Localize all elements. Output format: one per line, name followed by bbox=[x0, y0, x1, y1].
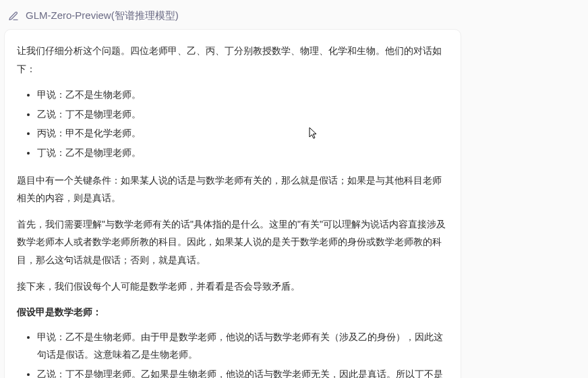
assume-heading: 假设甲是数学老师： bbox=[17, 303, 448, 321]
intro-text: 让我们仔细分析这个问题。四位老师甲、乙、丙、丁分别教授数学、物理、化学和生物。他… bbox=[17, 42, 448, 78]
list-item: 乙说：丁不是物理老师。 bbox=[37, 105, 448, 124]
list-item: 丁说：乙不是物理老师。 bbox=[37, 144, 448, 162]
dialog-list: 甲说：乙不是生物老师。 乙说：丁不是物理老师。 丙说：甲不是化学老师。 丁说：乙… bbox=[17, 86, 448, 161]
edit-icon bbox=[8, 11, 19, 22]
assume-list: 甲说：乙不是生物老师。由于甲是数学老师，他说的话与数学老师有关（涉及乙的身份），… bbox=[17, 328, 448, 378]
rule-text: 题目中有一个关键条件：如果某人说的话是与数学老师有关的，那么就是假话；如果是与其… bbox=[17, 171, 448, 207]
list-item: 甲说：乙不是生物老师。由于甲是数学老师，他说的话与数学老师有关（涉及乙的身份），… bbox=[37, 328, 448, 364]
response-card: 让我们仔细分析这个问题。四位老师甲、乙、丙、丁分别教授数学、物理、化学和生物。他… bbox=[4, 29, 461, 378]
explain-text: 首先，我们需要理解"与数学老师有关的话"具体指的是什么。这里的"有关"可以理解为… bbox=[17, 215, 448, 269]
list-item: 乙说：丁不是物理老师。乙如果是生物老师，他说的话与数学老师无关，因此是真话。所以… bbox=[37, 365, 448, 378]
list-item: 丙说：甲不是化学老师。 bbox=[37, 124, 448, 142]
list-item: 甲说：乙不是生物老师。 bbox=[37, 86, 448, 104]
model-title: GLM-Zero-Preview(智谱推理模型) bbox=[26, 9, 179, 22]
model-header: GLM-Zero-Preview(智谱推理模型) bbox=[0, 0, 588, 29]
next-text: 接下来，我们假设每个人可能是数学老师，并看看是否会导致矛盾。 bbox=[17, 277, 448, 296]
